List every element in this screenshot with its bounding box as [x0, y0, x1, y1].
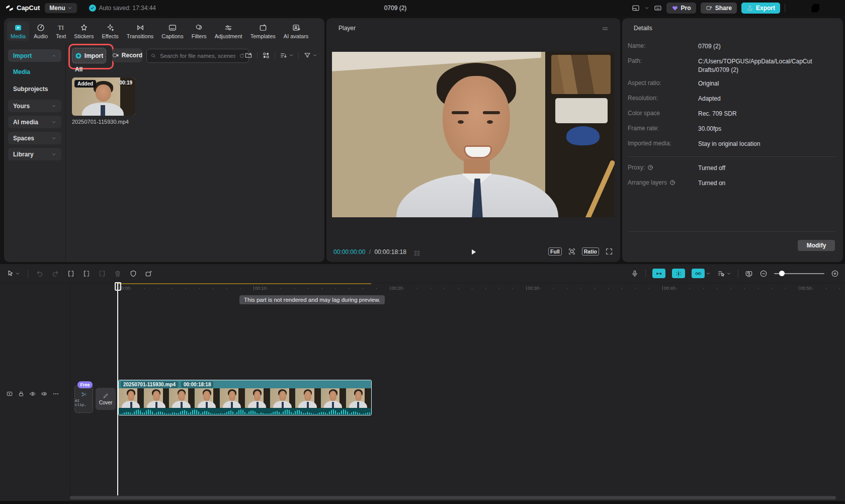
- filmstrip-frame: [169, 388, 194, 408]
- sidebar-item-media[interactable]: Media: [8, 65, 61, 78]
- section-all-label: All: [75, 66, 82, 73]
- tab-effects[interactable]: Effects: [98, 22, 122, 41]
- playhead-line[interactable]: [117, 282, 118, 495]
- details-row-proxy: Proxy:?Turned off: [628, 164, 836, 175]
- waveform-bar: [182, 410, 183, 414]
- sidebar-item-ai-media[interactable]: AI media: [8, 116, 61, 128]
- media-content: Import Record: [66, 42, 324, 262]
- zoom-slider-knob[interactable]: [779, 271, 785, 276]
- filter-icon: [303, 51, 311, 59]
- shortcuts-icon[interactable]: [654, 4, 662, 12]
- waveform-bar: [259, 413, 260, 415]
- mute-track-icon[interactable]: [41, 390, 48, 397]
- tab-media[interactable]: Media: [7, 22, 29, 41]
- ai-clip-button[interactable]: AI clip…: [74, 385, 93, 413]
- modify-button[interactable]: Modify: [798, 240, 835, 251]
- video-preview[interactable]: [332, 52, 615, 217]
- magnetic-snap-toggle[interactable]: [652, 269, 665, 278]
- minimize-button[interactable]: [790, 0, 804, 16]
- ratio-button[interactable]: Ratio: [582, 247, 599, 256]
- import-folder-icon[interactable]: [244, 51, 252, 59]
- fullscreen-icon[interactable]: [605, 247, 613, 256]
- delete-button[interactable]: [114, 270, 122, 278]
- select-tool[interactable]: [6, 270, 20, 278]
- voiceover-mic-icon[interactable]: [631, 270, 639, 278]
- tab-label: Transitions: [127, 33, 153, 39]
- zoom-out-button[interactable]: [759, 270, 768, 278]
- waveform-bar: [367, 412, 368, 414]
- play-button[interactable]: [469, 247, 478, 257]
- timeline-zoom-slider[interactable]: [774, 270, 824, 277]
- cover-button[interactable]: Cover: [96, 388, 116, 410]
- layout-switch-icon[interactable]: [632, 4, 640, 12]
- grid-view-icon[interactable]: [262, 51, 270, 59]
- close-button[interactable]: [827, 0, 841, 16]
- auto-split-toggle[interactable]: [672, 269, 685, 278]
- media-item-card[interactable]: Added 00:19 20250701-115930.mp4: [72, 77, 135, 125]
- full-preview-button[interactable]: Full: [548, 247, 562, 256]
- waveform-bar: [174, 412, 175, 414]
- focus-zoom-icon[interactable]: [568, 247, 576, 256]
- undo-button[interactable]: [36, 270, 44, 278]
- info-icon[interactable]: ?: [669, 180, 675, 186]
- timeline-bottom-strip: [0, 501, 845, 504]
- timeline-clip[interactable]: 20250701-115930.mp4 00:00:18:18: [118, 380, 372, 415]
- timeline-ruler[interactable]: 00:0000:1000:2000:3000:4000:50: [0, 283, 845, 293]
- tab-ai-avatars[interactable]: AI avatars: [280, 22, 312, 41]
- export-button[interactable]: Export: [741, 3, 780, 14]
- sidebar-item-import[interactable]: Import: [8, 49, 61, 62]
- delete-left-button[interactable]: [82, 270, 91, 278]
- templates-icon: [259, 23, 268, 32]
- zoom-in-button[interactable]: [831, 270, 839, 278]
- timeline-scrollbar[interactable]: [70, 496, 836, 499]
- tab-filters[interactable]: Filters: [188, 22, 210, 41]
- tab-transitions[interactable]: Transitions: [123, 22, 157, 41]
- media-item-thumbnail[interactable]: Added 00:19: [72, 77, 135, 116]
- ruler-minor-tick: [158, 288, 158, 289]
- layout-chevron-icon[interactable]: [644, 6, 649, 11]
- waveform-bar: [325, 412, 326, 414]
- redo-button[interactable]: [51, 270, 59, 278]
- import-button[interactable]: Import: [72, 48, 106, 63]
- tab-templates[interactable]: Templates: [247, 22, 279, 41]
- lock-track-icon[interactable]: [18, 390, 25, 397]
- waveform-bar: [261, 412, 262, 414]
- ruler-minor-tick: [281, 288, 281, 289]
- tab-text[interactable]: TIText: [52, 22, 69, 41]
- hide-track-icon[interactable]: [29, 390, 36, 397]
- sidebar-item-subprojects[interactable]: Subprojects: [8, 82, 61, 95]
- link-toggle[interactable]: [692, 269, 711, 278]
- sidebar-item-spaces[interactable]: Spaces: [8, 132, 61, 144]
- tab-adjustment[interactable]: Adjustment: [211, 22, 246, 41]
- preview-mode-control[interactable]: [717, 270, 731, 278]
- filter-control[interactable]: [303, 51, 317, 59]
- playhead-handle[interactable]: [115, 282, 121, 291]
- menu-button[interactable]: Menu: [45, 3, 76, 13]
- sidebar-item-library[interactable]: Library: [8, 148, 61, 160]
- clip-duration-badge: 00:19: [119, 80, 132, 86]
- track-more-icon[interactable]: [52, 390, 59, 397]
- preview-frame-icon[interactable]: [745, 270, 753, 278]
- waveform-bar: [327, 413, 328, 414]
- sort-control[interactable]: [280, 51, 294, 59]
- player-menu-icon[interactable]: [601, 25, 609, 33]
- pro-badge[interactable]: Pro: [666, 3, 696, 14]
- media-search[interactable]: [146, 49, 249, 63]
- tab-stickers[interactable]: Stickers: [70, 22, 97, 41]
- search-input[interactable]: [159, 52, 236, 59]
- frame-view-icon[interactable]: [413, 249, 421, 257]
- maximize-button[interactable]: [808, 0, 822, 16]
- delete-right-button[interactable]: [98, 270, 106, 278]
- filmstrip-frame: [245, 388, 270, 408]
- sidebar-item-yours[interactable]: Yours: [8, 100, 61, 112]
- waveform-bar: [257, 413, 258, 414]
- tab-audio[interactable]: Audio: [30, 22, 51, 41]
- mark-button[interactable]: [129, 270, 137, 278]
- tab-captions[interactable]: Captions: [158, 22, 187, 41]
- split-button[interactable]: [67, 270, 75, 278]
- share-button[interactable]: Share: [701, 3, 737, 14]
- ruler-minor-tick: [580, 288, 581, 289]
- record-button[interactable]: Record: [112, 48, 142, 62]
- info-icon[interactable]: ?: [647, 164, 653, 171]
- export-clip-button[interactable]: [145, 270, 153, 278]
